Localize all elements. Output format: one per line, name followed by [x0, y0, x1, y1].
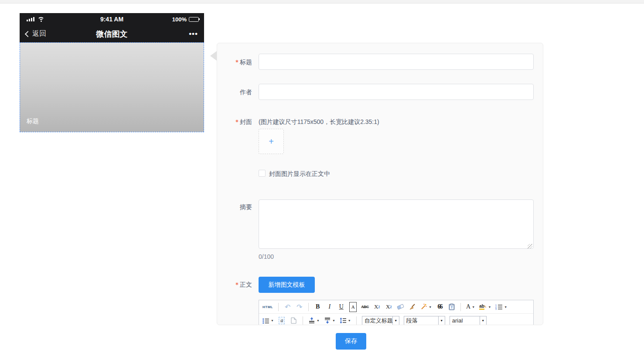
cover-in-body-checkbox[interactable]	[259, 170, 266, 177]
margin-bottom-button[interactable]: ▼	[324, 316, 335, 325]
auto-typeset-button[interactable]: a	[278, 316, 286, 325]
save-button[interactable]: 保存	[336, 333, 366, 350]
font-family-select[interactable]: arial ▼	[450, 316, 487, 326]
broom-icon	[409, 303, 416, 310]
paste-text-icon: T	[449, 303, 455, 310]
editor-toolbar-row1: HTML ↶ ↷ B I U A ABC X2 X2	[259, 300, 533, 314]
underline-button[interactable]: U	[337, 302, 345, 312]
highlight-button[interactable]: ab ✎ ▼	[479, 302, 491, 312]
rich-text-editor: HTML ↶ ↷ B I U A ABC X2 X2	[259, 300, 534, 325]
heading-style-select[interactable]: 自定义标题 ▼	[362, 316, 399, 326]
select-arrow-icon[interactable]: ▼	[438, 316, 445, 325]
more-menu-icon[interactable]: •••	[189, 30, 198, 38]
svg-text:3: 3	[495, 308, 497, 310]
chevron-down-icon: ▼	[332, 319, 335, 322]
cover-size-hint: (图片建议尺寸1175x500，长宽比建议2.35:1)	[259, 117, 379, 126]
redo-button[interactable]: ↷	[296, 302, 303, 312]
author-label: 作者	[217, 88, 252, 96]
svg-text:T: T	[451, 306, 453, 309]
summary-counter: 0/100	[259, 253, 274, 260]
auto-typeset-icon: a	[279, 317, 285, 324]
font-color-button[interactable]: A ▼	[466, 302, 475, 312]
required-mark: *	[235, 118, 239, 125]
top-strip	[0, 0, 644, 3]
bullet-list-icon	[262, 318, 269, 324]
author-input[interactable]	[259, 84, 534, 100]
toolbar-separator	[460, 303, 461, 311]
status-time: 9:41 AM	[20, 16, 204, 23]
pencil-icon: ✎	[484, 305, 487, 309]
cover-in-body-label: 封面图片显示在正文中	[269, 170, 330, 178]
chevron-left-icon	[25, 31, 31, 37]
add-template-button[interactable]: 新增图文模板	[259, 277, 315, 293]
bold-button[interactable]: B	[314, 302, 321, 312]
chevron-down-icon: ▼	[271, 319, 274, 322]
line-height-icon	[340, 317, 347, 324]
plus-icon: +	[269, 137, 274, 147]
clean-format-button[interactable]	[409, 302, 416, 312]
chevron-down-icon: ▼	[317, 319, 320, 322]
back-label: 返回	[32, 29, 46, 38]
required-mark: *	[235, 281, 239, 288]
phone-nav-bar: 返回 微信图文 •••	[20, 25, 204, 42]
new-page-button[interactable]	[290, 316, 297, 325]
required-mark: *	[235, 58, 239, 65]
phone-nav-title: 微信图文	[20, 29, 204, 39]
cover-label: *封面	[217, 117, 252, 126]
summary-textarea[interactable]	[259, 199, 534, 249]
chevron-down-icon: ▼	[348, 319, 351, 322]
page-icon	[291, 317, 296, 324]
cover-preview-area[interactable]: 标题	[20, 42, 204, 132]
back-button[interactable]: 返回	[26, 29, 46, 38]
blockquote-button[interactable]: 66	[436, 302, 443, 312]
cover-upload-button[interactable]: +	[259, 129, 284, 154]
numbered-list-icon: 1 2 3	[495, 304, 503, 310]
phone-status-bar: 9:41 AM 100%	[20, 13, 204, 25]
strikethrough-button[interactable]: ABC	[361, 302, 369, 312]
paste-as-text-button[interactable]: T	[448, 302, 455, 312]
panel-callout-arrow	[210, 51, 217, 61]
font-frame-button[interactable]: A	[349, 302, 357, 312]
preview-title-text: 标题	[27, 117, 39, 125]
body-label: *正文	[217, 280, 252, 289]
numbered-list-button[interactable]: 1 2 3 ▼	[495, 302, 507, 312]
subscript-button[interactable]: X2	[385, 302, 392, 312]
editor-toolbar-row2: ▼ a ▼	[259, 314, 533, 325]
italic-button[interactable]: I	[326, 302, 333, 312]
toolbar-separator	[308, 303, 309, 311]
chevron-down-icon: ▼	[472, 306, 475, 309]
margin-bottom-icon	[324, 317, 331, 324]
html-source-button[interactable]: HTML	[262, 302, 273, 312]
select-arrow-icon[interactable]: ▼	[392, 316, 399, 325]
eraser-button[interactable]	[397, 302, 404, 312]
textarea-resize-grip[interactable]	[528, 244, 532, 249]
magic-wand-button[interactable]: ▼	[420, 302, 432, 312]
title-input[interactable]	[259, 54, 534, 70]
margin-top-icon	[308, 317, 315, 324]
paragraph-format-select[interactable]: 段落 ▼	[404, 316, 445, 326]
undo-button[interactable]: ↶	[284, 302, 291, 312]
margin-top-button[interactable]: ▼	[308, 316, 320, 325]
phone-preview: 9:41 AM 100% 返回 微信图文 ••• 标题	[20, 13, 204, 132]
bullet-list-button[interactable]: ▼	[262, 316, 274, 325]
toolbar-separator	[278, 303, 279, 311]
title-label: *标题	[217, 58, 252, 66]
summary-label: 摘要	[217, 203, 252, 211]
toolbar-separator	[303, 316, 303, 325]
superscript-button[interactable]: X2	[373, 302, 381, 312]
select-arrow-icon[interactable]: ▼	[480, 316, 486, 325]
toolbar-separator	[356, 316, 357, 325]
article-form-panel: *标题 作者 *封面 (图片建议尺寸1175x500，长宽比建议2.35:1) …	[217, 43, 543, 325]
battery-icon	[189, 17, 199, 22]
chevron-down-icon: ▼	[504, 306, 507, 309]
line-height-button[interactable]: ▼	[340, 316, 351, 325]
chevron-down-icon: ▼	[488, 306, 491, 309]
eraser-icon	[397, 304, 404, 309]
magic-wand-icon	[420, 303, 427, 310]
chevron-down-icon: ▼	[429, 306, 432, 309]
